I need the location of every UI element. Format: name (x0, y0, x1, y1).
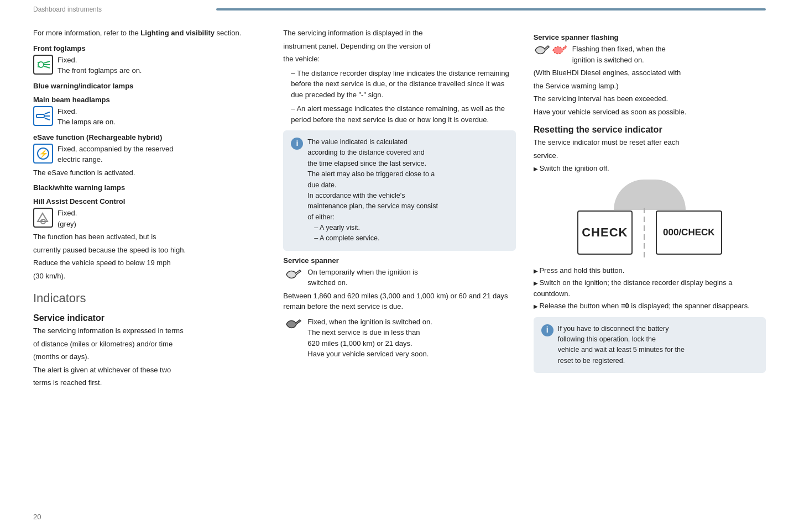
flashing-desc3: The servicing interval has been exceeded… (534, 93, 766, 104)
resetting-desc2: service. (534, 150, 766, 161)
hill-assist-icon (33, 208, 53, 228)
spanner-flashing-text: Flashing then fixed, when the ignition i… (572, 44, 666, 65)
check-button-diagram: CHECK (577, 210, 633, 255)
main-beam-heading: Main beam headlamps (33, 96, 265, 104)
svg-rect-6 (36, 114, 44, 118)
spanner-fixed-icon (283, 317, 303, 332)
column-1: For more information, refer to the Light… (33, 28, 283, 391)
front-foglamps-text: Fixed. The front foglamps are on. (58, 55, 142, 76)
service-desc2: of distance (miles or kilometres) and/or… (33, 339, 265, 350)
flashing-desc4: Have your vehicle serviced as soon as po… (534, 107, 766, 118)
step2: Press and hold this button. (534, 265, 766, 276)
breadcrumb: Dashboard instruments (33, 6, 216, 13)
step3: Switch on the ignition; the distance rec… (534, 277, 766, 299)
svg-line-9 (45, 118, 50, 120)
svg-line-8 (45, 112, 50, 114)
step4-bold: =0 (621, 302, 629, 310)
accent-line (216, 8, 766, 10)
intro-text: For more information, refer to the Light… (33, 28, 265, 39)
front-foglamps-icon (33, 55, 53, 75)
info-box-2: i If you have to disconnect the battery … (534, 317, 766, 373)
main-beam-text: Fixed. The lamps are on. (58, 106, 116, 128)
spanner-fixed-row: Fixed, when the ignition is switched on.… (283, 317, 515, 360)
esave-row: ⚡ Fixed, accompanied by the reserved ele… (33, 144, 265, 165)
col2-para3: the vehicle: (283, 54, 515, 65)
info-box-1: i The value indicated is calculated acco… (283, 130, 515, 251)
main-beam-line2: The lamps are on. (58, 117, 116, 128)
main-beam-icon (33, 106, 53, 126)
spanner-fixed-text: Fixed, when the ignition is switched on.… (307, 317, 432, 360)
steering-wheel-shape (614, 180, 686, 210)
steering-wheel-diagram: CHECK 000/CHECK (534, 180, 766, 257)
hill-assist-text: Fixed. (grey) (58, 208, 77, 229)
black-white-heading: Black/white warning lamps (33, 183, 265, 192)
column-3: Service spanner flashing Flashing (534, 28, 766, 391)
spanner-flashing-row: Flashing then fixed, when the ignition i… (534, 44, 766, 65)
service-desc5: terms is reached first. (33, 377, 265, 388)
indicators-heading: Indicators (33, 291, 265, 305)
front-foglamps-line1: Fixed. (58, 55, 142, 66)
service-indicator-heading: Service indicator (33, 313, 265, 323)
svg-text:⚡: ⚡ (39, 149, 49, 159)
hill-desc4: (30 km/h). (33, 271, 265, 282)
col2-bullet1: – The distance recorder display line ind… (283, 68, 515, 101)
main-beam-row: Fixed. The lamps are on. (33, 106, 265, 128)
step1: Switch the ignition off. (534, 163, 766, 174)
spanner-on-row: On temporarily when the ignition is swit… (283, 267, 515, 288)
esave-line1: Fixed, accompanied by the reserved (58, 144, 174, 155)
hill-desc3: Reduce the vehicle speed to below 19 mph (33, 257, 265, 268)
info-icon-2: i (541, 324, 553, 336)
service-spanner-heading: Service spanner (283, 256, 515, 265)
hill-line1: Fixed. (58, 208, 77, 219)
buttons-row: CHECK 000/CHECK (577, 208, 722, 257)
000check-button-diagram: 000/CHECK (656, 210, 722, 255)
intro-bold: Lighting and visibility (140, 29, 215, 37)
resetting-desc1: The service indicator must be reset afte… (534, 137, 766, 148)
flashing-desc1: (With BlueHDi Diesel engines, associated… (534, 67, 766, 78)
col2-bullet2: – An alert message indicates the distanc… (283, 103, 515, 125)
hill-desc2: currently paused because the speed is to… (33, 245, 265, 256)
esave-heading: eSave function (Rechargeable hybrid) (33, 133, 265, 141)
service-desc4: The alert is given at whichever of these… (33, 365, 265, 376)
svg-line-3 (44, 66, 50, 68)
spanner-flashing-icons (534, 44, 568, 57)
service-desc1: The servicing information is expressed i… (33, 325, 265, 336)
svg-line-2 (44, 61, 50, 63)
info-box-text-2: If you have to disconnect the battery fo… (558, 324, 685, 367)
front-foglamps-heading: Front foglamps (33, 44, 265, 52)
esave-line2: electric range. (58, 154, 174, 165)
page-number: 20 (33, 513, 41, 521)
spanner-between: Between 1,860 and 620 miles (3,000 and 1… (283, 291, 515, 312)
flashing-desc2: the Service warning lamp.) (534, 81, 766, 92)
service-spanner-flashing-heading: Service spanner flashing (534, 33, 766, 41)
front-foglamps-row: Fixed. The front foglamps are on. (33, 55, 265, 76)
esave-text: Fixed, accompanied by the reserved elect… (58, 144, 174, 165)
info-icon-1: i (291, 138, 303, 150)
hill-assist-heading: Hill Assist Descent Control (33, 197, 265, 206)
dashed-divider (644, 208, 645, 257)
main-beam-line1: Fixed. (58, 106, 116, 117)
hill-desc1: The function has been activated, but is (33, 231, 265, 243)
col2-para1: The servicing information is displayed i… (283, 28, 515, 39)
hill-assist-row: Fixed. (grey) (33, 208, 265, 229)
front-foglamps-line2: The front foglamps are on. (58, 65, 142, 76)
service-desc3: (months or days). (33, 351, 265, 362)
top-bar: Dashboard instruments (0, 0, 799, 17)
esave-note: The eSave function is activated. (33, 167, 265, 178)
info-box-text-1: The value indicated is calculated accord… (307, 137, 438, 244)
spanner-on-text: On temporarily when the ignition is swit… (307, 267, 417, 288)
hill-line2: (grey) (58, 219, 77, 230)
column-2: The servicing information is displayed i… (283, 28, 533, 391)
spanner-on-icon (283, 267, 303, 282)
col2-para2: instrument panel. Depending on the versi… (283, 41, 515, 52)
step4: Release the button when =0 is displayed;… (534, 301, 766, 312)
resetting-heading: Resetting the service indicator (534, 125, 766, 135)
blue-warning-heading: Blue warning/indicator lamps (33, 82, 265, 90)
esave-icon: ⚡ (33, 144, 53, 164)
